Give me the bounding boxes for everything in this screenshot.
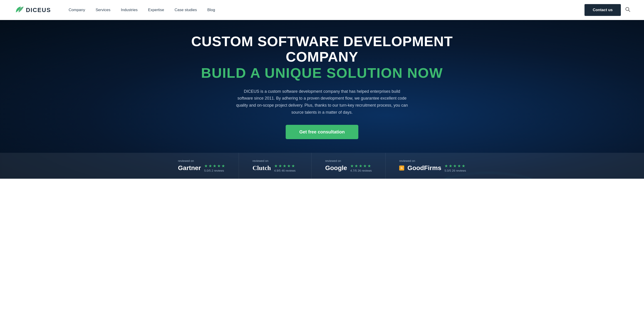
hero-title-green: BUILD A UNIQUE SOLUTION NOW: [184, 65, 460, 81]
google-reviewed-on-label: reviewed on: [325, 159, 341, 163]
gartner-stars: ★ ★ ★ ★ ★: [204, 163, 225, 168]
review-gartner: reviewed on Gartner ★ ★ ★ ★ ★ 5.0/5 2 re…: [164, 153, 239, 179]
clutch-brand-name: Clutch: [252, 164, 271, 172]
nav-item-services[interactable]: Services: [92, 6, 114, 14]
get-free-consultation-button[interactable]: Get free consultation: [286, 125, 358, 139]
svg-line-1: [629, 11, 630, 12]
clutch-score: 4.9/5 46 reviews: [274, 169, 296, 172]
logo-link[interactable]: DICEUS: [14, 6, 51, 14]
gartner-brand-row: Gartner ★ ★ ★ ★ ★ 5.0/5 2 reviews: [178, 163, 225, 172]
gartner-brand-name: Gartner: [178, 164, 201, 172]
review-google: reviewed on Google ★ ★ ★ ★ ★ 4.7/5 26 re…: [312, 153, 386, 179]
logo-icon: [14, 6, 24, 14]
google-brand-name: Google: [325, 164, 347, 172]
star-5: ★: [222, 163, 225, 168]
clutch-stars: ★ ★ ★ ★ ★: [274, 163, 296, 168]
goodfirms-stars: ★ ★ ★ ★ ★: [444, 163, 466, 168]
star-1: ★: [204, 163, 208, 168]
goodfirms-reviewed-on-label: reviewed on: [399, 159, 415, 163]
header: DICEUS Company Services Industries Exper…: [0, 0, 644, 20]
clutch-brand-row: Clutch ★ ★ ★ ★ ★ 4.9/5 46 reviews: [252, 163, 296, 172]
search-icon[interactable]: [625, 7, 630, 14]
star-3: ★: [213, 163, 216, 168]
main-nav: Company Services Industries Expertise Ca…: [64, 6, 580, 14]
hero-title-white: CUSTOM SOFTWARE DEVELOPMENT COMPANY: [184, 34, 460, 65]
hero-content: CUSTOM SOFTWARE DEVELOPMENT COMPANY BUIL…: [174, 20, 470, 139]
reviews-bar: reviewed on Gartner ★ ★ ★ ★ ★ 5.0/5 2 re…: [0, 153, 644, 179]
review-goodfirms: reviewed on G GoodFirms ★ ★ ★ ★ ★ 5.0/5 …: [386, 153, 480, 179]
google-stars: ★ ★ ★ ★ ★: [350, 163, 372, 168]
hero-description: DICEUS is a custom software development …: [236, 88, 408, 116]
gartner-score: 5.0/5 2 reviews: [204, 169, 225, 172]
nav-item-expertise[interactable]: Expertise: [144, 6, 168, 14]
goodfirms-score: 5.0/5 26 reviews: [444, 169, 466, 172]
hero-cta-area: Get free consultation: [184, 125, 460, 139]
google-brand-row: Google ★ ★ ★ ★ ★ 4.7/5 26 reviews: [325, 163, 372, 172]
nav-item-company[interactable]: Company: [64, 6, 89, 14]
svg-point-0: [626, 8, 629, 11]
review-clutch: reviewed on Clutch ★ ★ ★ ★ ★ 4.9/5 46 re…: [239, 153, 312, 179]
star-2: ★: [208, 163, 212, 168]
google-score: 4.7/5 26 reviews: [350, 169, 372, 172]
hero-section: CUSTOM SOFTWARE DEVELOPMENT COMPANY BUIL…: [0, 20, 644, 179]
nav-item-blog[interactable]: Blog: [203, 6, 219, 14]
contact-us-button[interactable]: Contact us: [584, 4, 621, 16]
gartner-reviewed-on-label: reviewed on: [178, 159, 194, 163]
goodfirms-icon: G: [399, 165, 404, 170]
logo-text: DICEUS: [26, 7, 51, 14]
goodfirms-brand-name: GoodFirms: [408, 164, 441, 172]
nav-item-industries[interactable]: Industries: [117, 6, 142, 14]
star-4: ★: [217, 163, 221, 168]
clutch-reviewed-on-label: reviewed on: [252, 159, 268, 163]
goodfirms-brand-row: G GoodFirms ★ ★ ★ ★ ★ 5.0/5 26 reviews: [399, 163, 466, 172]
nav-item-case-studies[interactable]: Case studies: [170, 6, 201, 14]
